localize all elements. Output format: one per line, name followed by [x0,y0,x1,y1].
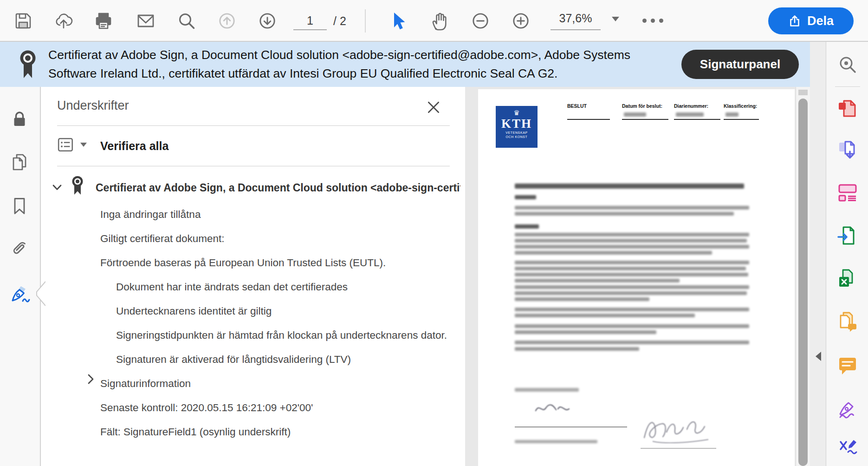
edit-pdf-icon [837,181,858,203]
panel-options-button[interactable] [57,137,87,152]
signature-field-info: Fält: SignatureField1 (osynlig underskri… [100,426,291,438]
certificates-sign-button[interactable] [836,396,860,420]
combine-files-icon [837,225,858,246]
redacted-line [515,206,749,210]
lock-icon [9,109,30,129]
redacted-line [515,388,579,392]
redacted-initials [533,401,576,415]
export-pdf-button[interactable] [836,97,860,121]
more-tools-button[interactable] [642,19,663,23]
doc-date-label: Datum för beslut: [622,103,662,109]
zoom-out-button[interactable] [467,7,494,34]
scrollbar-thumb[interactable] [798,98,808,466]
right-tool-rail [826,42,868,466]
sidebar-item-bookmarks[interactable] [7,194,32,218]
signature-info-toggle[interactable]: Signaturinformation [100,378,191,390]
acrobat-window: / 2 37,6% [0,0,868,466]
email-button[interactable] [132,7,159,34]
page-number-input[interactable] [293,12,327,30]
select-tool-button[interactable] [384,7,411,34]
signature-detail: Signeringstidpunkten är hämtad från kloc… [116,329,447,341]
verify-all-button[interactable]: Verifiera alla [100,139,168,153]
header-underline [724,119,759,120]
chevron-right-icon [84,373,97,386]
sidebar-item-security[interactable] [7,107,32,131]
expand-certificate-chevron[interactable] [50,181,64,196]
share-label: Dela [807,14,834,28]
signature-pen-icon [9,283,30,304]
redacted-value [725,112,738,117]
convert-file-icon [837,139,858,161]
zoom-out-icon [470,10,491,32]
zoom-in-button[interactable] [507,7,534,34]
save-icon [13,11,33,31]
fill-sign-icon [837,435,858,457]
combine-files-button[interactable] [836,223,860,248]
tools-collapse-handle[interactable] [816,352,821,361]
scrollbar-top-button[interactable] [798,90,808,95]
cursor-icon [387,11,408,31]
redacted-value [676,112,704,117]
review-documents-button[interactable] [836,309,860,334]
header-underline [674,119,720,120]
redacted-line [515,233,749,236]
expand-signature-info-chevron[interactable] [84,373,97,387]
redacted-subheading [515,195,536,199]
hand-icon [430,11,450,31]
share-button[interactable]: Dela [768,7,854,34]
handwritten-signature [639,413,721,445]
top-toolbar: / 2 37,6% [0,0,868,42]
hand-tool-button[interactable] [427,7,453,34]
redacted-line [515,267,746,270]
fill-and-sign-button[interactable] [836,434,860,458]
comments-button[interactable] [836,353,860,377]
sign-pen-icon [837,397,858,419]
rail-divider [835,86,860,87]
signature-detail: Inga ändringar tillåtna [100,209,201,221]
search-icon [176,11,197,31]
page-down-icon [257,10,278,32]
certificate-ribbon-icon [69,174,86,197]
sidebar-item-attachments[interactable] [7,236,32,261]
search-button[interactable] [173,7,200,34]
panel-divider [57,125,450,126]
page-total-label: / 2 [333,14,346,28]
next-page-button[interactable] [254,7,281,34]
signature-detail: Signaturen är aktiverad för långtidsvali… [116,354,351,366]
signature-rule [641,448,716,449]
zoom-level-value: 37,6% [551,12,601,30]
page-thumbnails-icon [9,152,30,172]
save-button[interactable] [10,7,37,34]
toolbar-divider [365,9,366,33]
zoom-level-dropdown[interactable]: 37,6% [551,12,619,30]
redacted-line [515,245,749,249]
redacted-line [515,341,749,344]
panel-close-button[interactable] [424,98,443,117]
export-spreadsheet-button[interactable] [836,267,860,291]
redacted-line [515,285,749,289]
redacted-line [515,251,712,255]
options-list-icon [57,137,75,152]
find-in-document-button[interactable] [836,53,860,77]
redacted-line [515,261,749,264]
signature-detail: Giltigt certifierat dokument: [100,233,225,245]
certificate-ribbon-icon [15,47,40,82]
print-button[interactable] [90,7,117,34]
document-scrollbar[interactable] [796,87,810,466]
signature-rule [515,427,627,427]
redacted-line [515,273,748,276]
previous-page-button[interactable] [214,7,240,34]
signature-detail: Undertecknarens identitet är giltig [116,305,272,317]
certificate-title[interactable]: Certifierat av Adobe Sign, a Document Cl… [96,182,460,194]
edit-pdf-button[interactable] [836,180,860,204]
email-icon [136,11,156,31]
redacted-line [515,308,749,311]
sidebar-item-signatures[interactable] [7,282,32,306]
export-pdf-icon [837,98,858,120]
convert-file-button[interactable] [836,138,860,162]
signature-panel-button[interactable]: Signaturpanel [681,50,799,79]
sidebar-item-page-thumbnails[interactable] [7,150,32,174]
kth-logo: ♛ KTH VETENSKAP OCH KONST [496,106,538,148]
signature-detail: Dokument har inte ändrats sedan det cert… [116,281,348,293]
upload-cloud-button[interactable] [50,7,77,34]
